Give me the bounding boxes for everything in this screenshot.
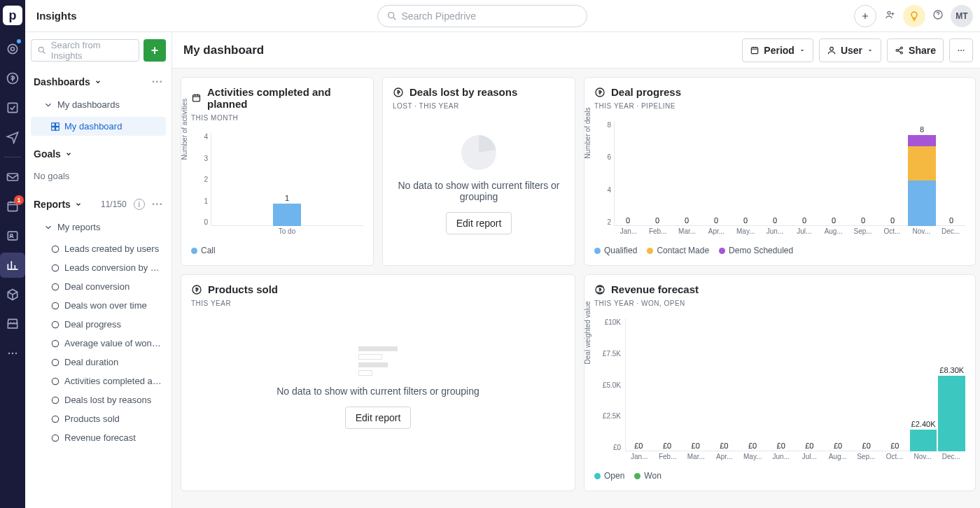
nav-activities-icon[interactable]: 1: [0, 194, 25, 219]
calendar-icon: [750, 45, 760, 55]
svg-point-12: [888, 11, 890, 14]
report-icon: [50, 282, 60, 292]
goals-section[interactable]: Goals: [31, 144, 166, 164]
svg-point-9: [12, 353, 14, 355]
nav-leads-icon[interactable]: [0, 36, 25, 62]
report-icon: [50, 244, 60, 254]
help-icon[interactable]: [932, 9, 944, 23]
svg-point-37: [963, 50, 965, 51]
svg-rect-38: [192, 95, 200, 101]
dashboards-section[interactable]: Dashboards ···: [31, 71, 166, 92]
sidebar-report-item[interactable]: Revenue forecast: [31, 428, 166, 447]
svg-point-29: [52, 435, 58, 441]
edit-report-button[interactable]: Edit report: [446, 212, 512, 234]
user-avatar[interactable]: MT: [951, 5, 973, 27]
sidebar-my-dashboard[interactable]: My dashboard: [31, 117, 166, 136]
sidebar-report-item[interactable]: Products sold: [31, 409, 166, 428]
reports-section[interactable]: Reports 11/150 i ···: [31, 194, 166, 215]
legend-item: Demo Scheduled: [719, 246, 793, 255]
nav-products-icon[interactable]: [0, 282, 25, 307]
user-button[interactable]: User: [819, 38, 881, 62]
sidebar-report-item[interactable]: Average value of won d...: [31, 334, 166, 353]
legend-item: Won: [634, 471, 661, 481]
sidebar-report-item[interactable]: Deal duration: [31, 353, 166, 372]
sidebar-my-reports[interactable]: My reports: [31, 218, 166, 237]
sidebar-report-item[interactable]: Deals lost by reasons: [31, 390, 166, 409]
nodata-text: No data to show with current filters or …: [393, 180, 565, 202]
svg-point-32: [896, 49, 898, 51]
legend-item: Call: [191, 246, 216, 255]
insights-sidebar: Search from Insights + Dashboards ··· My…: [25, 32, 172, 508]
nav-projects-icon[interactable]: [0, 95, 25, 120]
quick-add-button[interactable]: [854, 5, 876, 27]
svg-point-23: [52, 321, 58, 327]
nodata-text: No data to show with current filters or …: [276, 386, 479, 397]
svg-point-20: [52, 264, 58, 271]
svg-point-22: [52, 302, 58, 309]
sidebar-report-item[interactable]: Deal progress: [31, 315, 166, 334]
currency-icon: [191, 284, 202, 295]
legend-item: Qualified: [594, 246, 637, 255]
svg-point-0: [8, 44, 17, 53]
sidebar-report-item[interactable]: Deal conversion: [31, 277, 166, 296]
svg-point-31: [830, 47, 834, 50]
chevron-down-icon: [65, 150, 72, 157]
logo-icon[interactable]: p: [3, 6, 22, 25]
tips-icon[interactable]: [903, 5, 925, 27]
nav-more-icon[interactable]: [0, 341, 25, 366]
svg-point-26: [52, 378, 58, 384]
svg-point-36: [960, 50, 962, 51]
calendar-icon: [191, 92, 202, 104]
more-icon[interactable]: ···: [152, 198, 163, 211]
report-icon: [50, 433, 60, 443]
more-button[interactable]: [949, 38, 973, 62]
edit-report-button[interactable]: Edit report: [345, 407, 412, 429]
content: My dashboard Period User Share: [172, 32, 980, 508]
nav-rail: p 1: [0, 0, 25, 508]
svg-point-7: [10, 234, 13, 237]
global-search-input[interactable]: Search Pipedrive: [377, 5, 587, 27]
card-deal-progress: Deal progress THIS YEAR · PIPELINE 8642N…: [584, 77, 976, 266]
nav-insights-icon[interactable]: [0, 253, 25, 278]
nav-mail-icon[interactable]: [0, 164, 25, 190]
svg-rect-4: [8, 174, 18, 181]
sidebar-my-dashboards[interactable]: My dashboards: [31, 95, 166, 114]
card-products: Products sold THIS YEAR No data to show …: [181, 274, 575, 491]
search-icon: [386, 10, 398, 22]
activities-chart: 43210Number of activities1To do: [191, 133, 363, 240]
legend-item: Open: [594, 471, 624, 481]
chevron-down-icon: [43, 100, 53, 110]
report-icon: [50, 263, 60, 273]
info-icon[interactable]: i: [134, 199, 145, 210]
period-button[interactable]: Period: [742, 38, 813, 62]
add-button[interactable]: +: [144, 39, 166, 62]
sidebar-report-item[interactable]: Deals won over time: [31, 296, 166, 315]
insights-search-input[interactable]: Search from Insights: [31, 39, 139, 62]
nav-marketplace-icon[interactable]: [0, 311, 25, 337]
legend-item: Contact Made: [647, 246, 709, 255]
nav-campaigns-icon[interactable]: [0, 125, 25, 150]
nav-deals-icon[interactable]: [0, 66, 25, 91]
nav-contacts-icon[interactable]: [0, 223, 25, 248]
more-icon: [956, 45, 966, 55]
dashboard-title: My dashboard: [183, 43, 264, 57]
svg-rect-18: [56, 127, 59, 130]
svg-point-34: [901, 52, 903, 54]
card-deals-lost: Deals lost by reasons LOST · THIS YEAR N…: [382, 77, 575, 266]
sidebar-report-item[interactable]: Leads created by users: [31, 239, 166, 258]
svg-point-21: [52, 283, 58, 290]
svg-point-19: [52, 246, 58, 252]
sidebar-report-item[interactable]: Leads conversion by so...: [31, 258, 166, 277]
more-icon[interactable]: ···: [152, 76, 163, 88]
invite-icon[interactable]: [885, 9, 896, 23]
svg-point-24: [52, 340, 58, 346]
report-icon: [50, 320, 60, 330]
svg-point-14: [38, 47, 43, 52]
svg-rect-30: [752, 47, 758, 53]
report-icon: [50, 414, 60, 424]
svg-point-11: [388, 12, 393, 17]
deal-progress-chart: 8642Number of deals000000000080Jan...Feb…: [594, 121, 965, 240]
sidebar-report-item[interactable]: Activities completed an...: [31, 372, 166, 390]
share-button[interactable]: Share: [887, 38, 944, 62]
bars-placeholder-icon: [358, 346, 398, 376]
